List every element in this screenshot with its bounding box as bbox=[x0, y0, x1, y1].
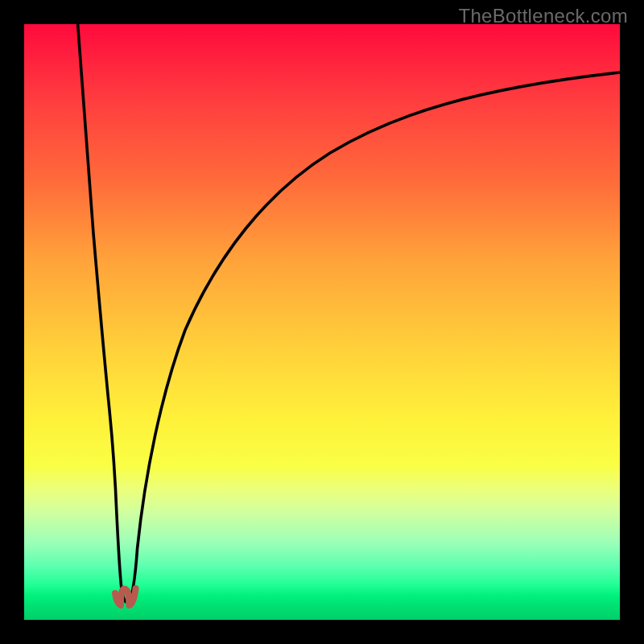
curve-right-branch bbox=[129, 72, 621, 602]
curve-left-branch bbox=[78, 24, 126, 602]
watermark-text: TheBottleneck.com bbox=[458, 5, 628, 27]
curve-layer bbox=[24, 24, 620, 620]
chart-frame: TheBottleneck.com bbox=[0, 0, 644, 644]
